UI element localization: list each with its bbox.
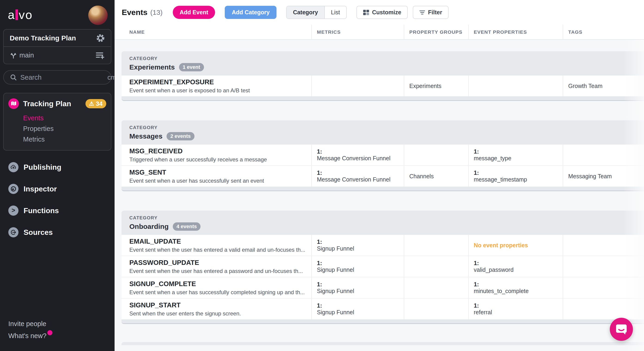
event-name-cell: SIGNUP_COMPLETE Event sent when a user h… <box>122 277 311 298</box>
event-name-cell: MSG_SENT Event sent when a user has succ… <box>122 166 311 186</box>
events-count: (13) <box>150 8 162 16</box>
category-event-count-badge: 2 events <box>166 132 194 140</box>
search-input[interactable] <box>20 74 108 81</box>
sidebar-item-events[interactable]: Events <box>23 113 106 123</box>
events-table: CATEGORY Experiements 1 event EXPERIMENT… <box>114 40 644 351</box>
whats-new-link[interactable]: What's new? <box>8 330 46 342</box>
workspace-name: Demo Tracking Plan <box>10 34 76 42</box>
search-bar[interactable]: cmd+f <box>3 70 111 84</box>
intercom-messenger-button[interactable] <box>610 318 633 341</box>
event-property-groups-cell: Channels <box>404 166 468 186</box>
event-tags-cell <box>563 298 644 319</box>
event-description: Event sent when a user is exposed to an … <box>129 87 311 94</box>
category-name: Experiements <box>129 63 175 71</box>
event-metrics-cell: 1: Signup Funnel <box>311 235 404 256</box>
category-header: CATEGORY Onboarding 4 events <box>122 210 644 235</box>
category-footer <box>122 319 644 324</box>
notification-dot <box>47 330 52 335</box>
sidebar-item-properties[interactable]: Properties <box>23 123 106 134</box>
issues-count-badge[interactable]: ⚠ 34 <box>86 99 106 108</box>
category-kicker: CATEGORY <box>129 215 644 220</box>
event-row[interactable]: MSG_RECEIVED Triggered when a user succe… <box>122 144 644 165</box>
event-tags-cell: Messaging Team <box>563 166 644 186</box>
settings-gear-icon[interactable] <box>96 34 105 42</box>
event-name: EMAIL_UPDATE <box>129 237 311 246</box>
event-name-cell: SIGNUP_START Sent when the user enters t… <box>122 298 311 319</box>
sidebar-item-functions[interactable]: > Functions <box>0 203 114 218</box>
category-header: CATEGORY Messages 2 events <box>122 120 644 144</box>
sidebar-item-sources[interactable]: Sources <box>0 224 114 240</box>
event-name-cell: MSG_RECEIVED Triggered when a user succe… <box>122 144 311 165</box>
event-properties-cell: 1: valid_password <box>468 256 563 277</box>
view-toggle: Category List <box>286 6 346 19</box>
chevron-circle-icon: > <box>8 206 18 216</box>
event-row[interactable]: EXPERIMENT_EXPOSURE Event sent when a us… <box>122 76 644 96</box>
branch-row[interactable]: main <box>4 47 111 64</box>
tracking-plan-row[interactable]: Tracking Plan ⚠ 34 <box>8 98 106 109</box>
filter-button[interactable]: Filter <box>413 6 448 19</box>
category-event-count-badge: 4 events <box>173 222 200 231</box>
event-properties-cell: 1: message_timestamp <box>468 166 563 186</box>
sidebar-item-inspector[interactable]: Inspector <box>0 181 114 197</box>
nav-label: Functions <box>24 206 59 215</box>
event-tags-cell: Growth Team <box>563 76 644 96</box>
event-tags-cell <box>563 277 644 298</box>
event-metrics-cell: 1: Message Conversion Funnel <box>311 166 404 186</box>
event-properties-cell: No event properties <box>468 235 563 256</box>
customize-button[interactable]: Customize <box>356 6 408 19</box>
column-header-tags: TAGS <box>563 25 644 39</box>
event-name: MSG_SENT <box>129 168 311 176</box>
nav-label: Publishing <box>24 163 62 172</box>
event-row[interactable]: SIGNUP_START Sent when the user enters t… <box>122 298 644 319</box>
sidebar-item-metrics[interactable]: Metrics <box>23 134 106 144</box>
event-description: Sent when the user enters the signup scr… <box>129 310 311 317</box>
workspace-row[interactable]: Demo Tracking Plan <box>4 30 111 46</box>
add-category-button[interactable]: Add Category <box>225 6 276 19</box>
event-name: PASSWORD_UPDATE <box>129 258 311 267</box>
category-name: Onboarding <box>129 222 168 230</box>
category-footer <box>122 186 644 191</box>
event-metrics-cell <box>311 76 404 96</box>
page-header: Events (13) Add Event Add Category Categ… <box>114 0 644 25</box>
next-category-partial <box>122 342 644 345</box>
invite-people-link[interactable]: Invite people <box>8 318 46 330</box>
table-column-headers: NAME METRICS PROPERTY GROUPS EVENT PROPE… <box>114 25 644 40</box>
nav-label: Sources <box>24 228 53 237</box>
event-tags-cell <box>563 235 644 256</box>
event-metrics-cell: 1: Message Conversion Funnel <box>311 144 404 165</box>
event-description: Event sent when a user has successfully … <box>129 289 311 296</box>
view-toggle-list[interactable]: List <box>325 6 346 18</box>
workspace-panel: Demo Tracking Plan <box>3 29 111 64</box>
event-properties-cell: 1: referral <box>468 298 563 319</box>
branch-icon <box>10 52 17 59</box>
event-description: Event sent when the user has entered a v… <box>129 246 311 253</box>
event-name: SIGNUP_COMPLETE <box>129 280 311 288</box>
category-section: CATEGORY Onboarding 4 events EMAIL_UPDAT… <box>122 210 644 324</box>
event-row[interactable]: MSG_SENT Event sent when a user has succ… <box>122 165 644 186</box>
user-avatar[interactable] <box>88 6 108 25</box>
search-icon <box>10 74 17 81</box>
event-name-cell: EMAIL_UPDATE Event sent when the user ha… <box>122 235 311 256</box>
event-row[interactable]: EMAIL_UPDATE Event sent when the user ha… <box>122 235 644 256</box>
source-arrow-icon <box>8 227 18 238</box>
event-description: Event sent when a user has successfully … <box>129 177 311 184</box>
category-rows: EXPERIMENT_EXPOSURE Event sent when a us… <box>122 76 644 96</box>
warning-triangle-icon: ⚠ <box>89 101 94 106</box>
event-row[interactable]: SIGNUP_COMPLETE Event sent when a user h… <box>122 277 644 298</box>
column-header-name: NAME <box>122 25 311 39</box>
add-event-button[interactable]: Add Event <box>173 6 215 19</box>
sidebar-footer: Invite people What's new? <box>0 318 114 351</box>
event-name: EXPERIMENT_EXPOSURE <box>129 78 311 86</box>
page-title: Events <box>122 8 148 17</box>
new-branch-icon[interactable] <box>96 52 105 59</box>
tracking-plan-panel: Tracking Plan ⚠ 34 Events Properties Met… <box>3 93 111 150</box>
column-header-event-properties: EVENT PROPERTIES <box>468 25 563 39</box>
main-panel: Events (13) Add Event Add Category Categ… <box>114 0 644 351</box>
event-row[interactable]: PASSWORD_UPDATE Event sent when the user… <box>122 256 644 277</box>
event-metrics-cell: 1: Signup Funnel <box>311 298 404 319</box>
category-footer <box>122 96 644 101</box>
view-toggle-category[interactable]: Category <box>287 6 324 18</box>
avo-logo: avo <box>8 9 33 21</box>
sidebar-item-publishing[interactable]: Publishing <box>0 159 114 175</box>
tracking-plan-map-icon <box>8 98 19 109</box>
